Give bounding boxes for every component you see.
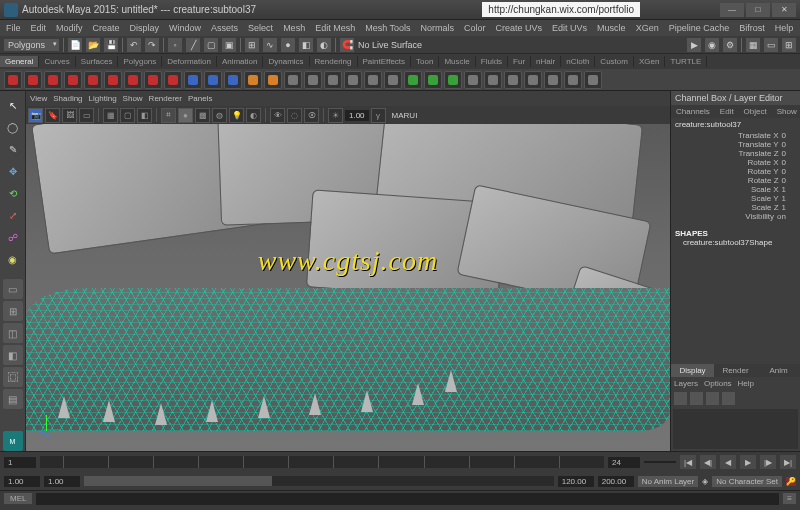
menu-file[interactable]: File	[2, 22, 25, 34]
gate-mask-icon[interactable]: ◧	[137, 108, 152, 123]
snap-live-icon[interactable]: ◐	[317, 38, 331, 52]
layer-tab-anim[interactable]: Anim	[757, 364, 800, 377]
shelf-icon[interactable]	[584, 71, 602, 89]
viewport[interactable]: www.cgtsj.com	[26, 124, 670, 451]
time-slider-track[interactable]	[40, 456, 604, 468]
anim-layer-dropdown[interactable]: No Anim Layer	[638, 476, 698, 487]
shape-node-name[interactable]: creature:subtool37Shape	[675, 238, 796, 247]
menu-bifrost[interactable]: Bifrost	[735, 22, 769, 34]
menu-display[interactable]: Display	[126, 22, 164, 34]
shelf-icon[interactable]	[264, 71, 282, 89]
attr-visibility[interactable]: Visibilityon	[675, 212, 796, 221]
play-forward-icon[interactable]: ▶	[740, 455, 756, 469]
layout-single-icon[interactable]: ▭	[3, 279, 23, 299]
soft-mod-tool-icon[interactable]: ◉	[3, 249, 23, 269]
layer-tab-display[interactable]: Display	[671, 364, 714, 377]
time-start-field[interactable]: 1	[4, 457, 36, 468]
menu-xgen[interactable]: XGen	[632, 22, 663, 34]
range-start-field[interactable]: 1.00	[44, 476, 80, 487]
select-vertex-icon[interactable]: ◦	[168, 38, 182, 52]
anim-layer-icon[interactable]: ◈	[702, 477, 708, 486]
resolution-gate-icon[interactable]: ▢	[120, 108, 135, 123]
lights-icon[interactable]: 💡	[229, 108, 244, 123]
maya-logo-icon[interactable]: M	[3, 431, 23, 451]
shelf-icon[interactable]	[444, 71, 462, 89]
shelf-icon[interactable]	[204, 71, 222, 89]
redo-icon[interactable]: ↷	[145, 38, 159, 52]
shelf-icon[interactable]	[304, 71, 322, 89]
camera-select-icon[interactable]: 📷	[28, 108, 43, 123]
film-gate-icon[interactable]: ▭	[79, 108, 94, 123]
paint-select-tool-icon[interactable]: ✎	[3, 139, 23, 159]
shelf-tab-ncloth[interactable]: nCloth	[561, 56, 595, 67]
xray-joints-icon[interactable]: ⦿	[304, 108, 319, 123]
vp-menu-renderer[interactable]: Renderer	[149, 94, 182, 103]
shelf-tab-fluids[interactable]: Fluids	[476, 56, 508, 67]
shelf-icon[interactable]	[244, 71, 262, 89]
menu-help[interactable]: Help	[771, 22, 798, 34]
shelf-tab-xgen[interactable]: XGen	[634, 56, 665, 67]
attr-scale-y[interactable]: Scale Y1	[675, 194, 796, 203]
shelf-icon[interactable]	[164, 71, 182, 89]
new-scene-icon[interactable]: 📄	[68, 38, 82, 52]
layout-custom-icon[interactable]: ▤	[3, 389, 23, 409]
panel-single-icon[interactable]: ▭	[764, 38, 778, 52]
snap-curve-icon[interactable]: ∿	[263, 38, 277, 52]
menu-set-dropdown[interactable]: Polygons	[4, 39, 59, 51]
shelf-tab-nhair[interactable]: nHair	[531, 56, 561, 67]
textured-icon[interactable]: ▩	[195, 108, 210, 123]
create-layer-with-selected-icon[interactable]	[690, 392, 703, 405]
play-back-icon[interactable]: ◀	[720, 455, 736, 469]
menu-color[interactable]: Color	[460, 22, 490, 34]
maximize-button[interactable]: □	[746, 3, 770, 17]
shelf-tab-polygons[interactable]: Polygons	[118, 56, 162, 67]
menu-assets[interactable]: Assets	[207, 22, 242, 34]
shelf-tab-dynamics[interactable]: Dynamics	[263, 56, 309, 67]
shelf-tab-general[interactable]: General	[0, 56, 39, 67]
shelf-icon[interactable]	[504, 71, 522, 89]
shelf-tab-muscle[interactable]: Muscle	[439, 56, 475, 67]
layout-persp-icon[interactable]: ◫	[3, 323, 23, 343]
isolate-icon[interactable]: 👁	[270, 108, 285, 123]
create-layer-icon[interactable]	[674, 392, 687, 405]
shelf-icon[interactable]	[44, 71, 62, 89]
shelf-icon[interactable]	[144, 71, 162, 89]
menu-create[interactable]: Create	[89, 22, 124, 34]
menu-normals[interactable]: Normals	[417, 22, 459, 34]
attr-translate-x[interactable]: Translate X0	[675, 131, 796, 140]
menu-muscle[interactable]: Muscle	[593, 22, 630, 34]
shelf-icon[interactable]	[24, 71, 42, 89]
lasso-tool-icon[interactable]: ◯	[3, 117, 23, 137]
shelf-icon[interactable]	[524, 71, 542, 89]
shelf-icon[interactable]	[184, 71, 202, 89]
shadows-icon[interactable]: ◐	[246, 108, 261, 123]
menu-create-uvs[interactable]: Create UVs	[492, 22, 547, 34]
move-layer-down-icon[interactable]	[722, 392, 735, 405]
snap-grid-icon[interactable]: ⊞	[245, 38, 259, 52]
shelf-tab-painteffects[interactable]: PaintEffects	[358, 56, 412, 67]
range-end-field[interactable]: 120.00	[558, 476, 594, 487]
select-tool-icon[interactable]: ↖	[3, 95, 23, 115]
cb-tab-channels[interactable]: Channels	[671, 105, 715, 118]
undo-icon[interactable]: ↶	[127, 38, 141, 52]
menu-select[interactable]: Select	[244, 22, 277, 34]
shelf-icon[interactable]	[284, 71, 302, 89]
range-min-field[interactable]: 1.00	[4, 476, 40, 487]
menu-mesh[interactable]: Mesh	[279, 22, 309, 34]
menu-pipeline-cache[interactable]: Pipeline Cache	[665, 22, 734, 34]
range-track[interactable]	[84, 476, 554, 486]
layout-two-icon[interactable]: ◧	[3, 345, 23, 365]
shelf-tab-surfaces[interactable]: Surfaces	[76, 56, 119, 67]
cb-tab-show[interactable]: Show	[772, 105, 800, 118]
ipr-render-icon[interactable]: ◉	[705, 38, 719, 52]
select-edge-icon[interactable]: ╱	[186, 38, 200, 52]
script-editor-icon[interactable]: ≡	[783, 493, 796, 504]
manipulator-tool-icon[interactable]: ☍	[3, 227, 23, 247]
character-set-dropdown[interactable]: No Character Set	[712, 476, 782, 487]
shelf-icon[interactable]	[544, 71, 562, 89]
shelf-tab-rendering[interactable]: Rendering	[310, 56, 358, 67]
attr-rotate-y[interactable]: Rotate Y0	[675, 167, 796, 176]
layout-four-icon[interactable]: ⊞	[3, 301, 23, 321]
go-to-end-icon[interactable]: ▶|	[780, 455, 796, 469]
shelf-icon[interactable]	[84, 71, 102, 89]
